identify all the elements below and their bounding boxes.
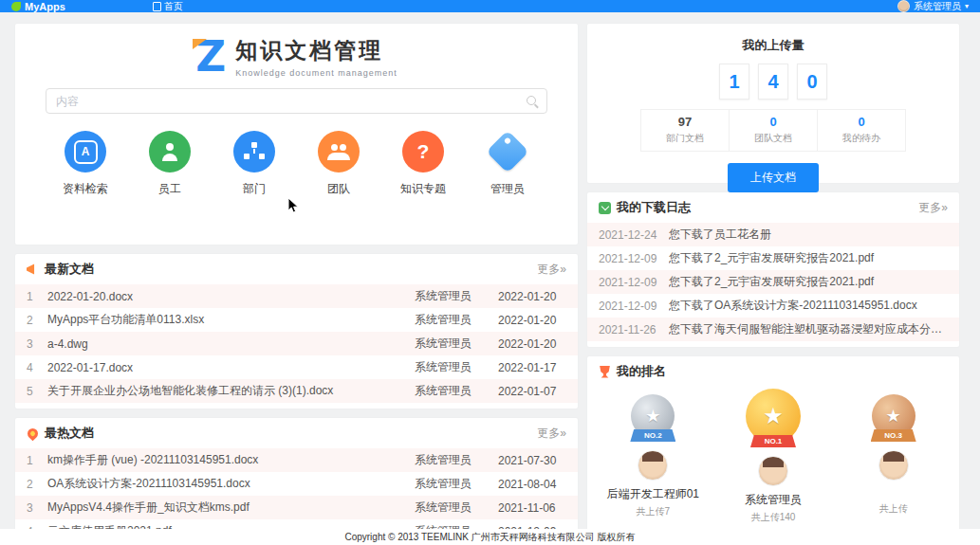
doc-stats: 97 部门文档 0 团队文档 0 我的待办	[640, 109, 906, 152]
stat-my-todo: 0 我的待办	[818, 110, 905, 151]
download-log-row: 2021-12-09 您下载了OA系统设计方案-20211103145951.d…	[587, 294, 959, 318]
counter-digit: 0	[797, 64, 827, 100]
download-log-row: 2021-12-09 您下载了2_元宇宙发展研究报告2021.pdf	[587, 246, 959, 270]
quick-links: 资料检索 员工 部门 团队	[15, 114, 578, 197]
rank-third: NO.3 共上传	[837, 394, 951, 516]
ranking-header: 我的排名	[587, 356, 959, 387]
brand-logo-icon	[11, 2, 21, 11]
doc-row: 1 km操作手册 (vue) -20211103145951.docx 系统管理…	[15, 448, 578, 472]
quick-link-admin[interactable]: 管理员	[472, 131, 544, 197]
counter-digit: 4	[758, 64, 788, 100]
avatar	[878, 450, 909, 481]
app-logo: Z 知识文档管理 Knowledge document management	[15, 35, 578, 79]
avatar	[638, 450, 668, 481]
avatar	[758, 456, 788, 486]
rank-second: NO.2 后端开发工程师01 共上传7	[596, 394, 710, 518]
ranking-title: 我的排名	[617, 363, 666, 380]
doc-row: 1 2022-01-20.docx 系统管理员 2022-01-20	[15, 284, 578, 308]
home-icon	[153, 2, 161, 11]
logo-z-icon: Z	[195, 36, 226, 78]
user-avatar	[897, 0, 910, 12]
flame-icon	[26, 426, 41, 441]
knowledge-topic-icon	[402, 131, 444, 173]
page: MyApps 首页 系统管理员 ▾ Z 知识文档管理 Knowledge doc…	[0, 0, 980, 545]
latest-more-link[interactable]: 更多»	[537, 262, 566, 278]
doc-title-link[interactable]: MyApps平台功能清单0113.xlsx	[47, 312, 415, 328]
employee-icon	[149, 131, 191, 173]
doc-row: 2 OA系统设计方案-20211103145951.docx 系统管理员 202…	[15, 472, 578, 496]
download-log-row: 2021-12-24 您下载了员工花名册	[587, 223, 959, 246]
chevron-down-icon: ▾	[965, 2, 969, 10]
download-log-card: 我的下载日志 更多» 2021-12-24 您下载了员工花名册 2021-12-…	[587, 192, 959, 347]
download-log-row: 2021-12-09 您下载了2_元宇宙发展研究报告2021.pdf	[587, 270, 959, 294]
hot-docs-header: 最热文档 更多»	[15, 418, 578, 448]
hot-docs-title: 最热文档	[45, 425, 94, 442]
doc-row: 2 MyApps平台功能清单0113.xlsx 系统管理员 2022-01-20	[15, 308, 578, 332]
nav-home-label: 首页	[164, 0, 183, 12]
doc-title-link[interactable]: 关于开展企业办公场地智能化装修工程的请示 (3)(1).docx	[47, 383, 415, 399]
quick-link-employee[interactable]: 员工	[134, 131, 206, 197]
hot-more-link[interactable]: 更多»	[537, 426, 566, 442]
user-menu[interactable]: 系统管理员 ▾	[897, 0, 969, 12]
doc-title-link[interactable]: 2022-01-20.docx	[47, 290, 415, 303]
app-title: 知识文档管理	[235, 36, 398, 65]
new-doc-icon	[27, 263, 39, 276]
latest-docs-card: 最新文档 更多» 1 2022-01-20.docx 系统管理员 2022-01…	[15, 254, 578, 409]
counter-digit: 1	[719, 64, 749, 100]
search-icon[interactable]	[527, 96, 536, 105]
hot-docs-card: 最热文档 更多» 1 km操作手册 (vue) -20211103145951.…	[15, 418, 578, 545]
latest-docs-list: 1 2022-01-20.docx 系统管理员 2022-01-20 2 MyA…	[15, 284, 578, 409]
doc-title-link[interactable]: km操作手册 (vue) -20211103145951.docx	[47, 452, 415, 468]
brand-name: MyApps	[25, 1, 65, 12]
trophy-icon	[599, 366, 611, 378]
footer-copyright: Copyright © 2013 TEEMLINK 广州市天秤网络科技有限公司 …	[0, 529, 980, 545]
download-log-list: 2021-12-24 您下载了员工花名册 2021-12-09 您下载了2_元宇…	[587, 223, 959, 347]
left-column: Z 知识文档管理 Knowledge document management 资…	[15, 24, 578, 545]
doc-title-link[interactable]: a-4.dwg	[47, 337, 415, 351]
rank-badge: NO.2	[630, 429, 675, 442]
quick-link-search[interactable]: 资料检索	[49, 131, 121, 197]
topbar: MyApps 首页 系统管理员 ▾	[0, 0, 980, 12]
team-icon	[318, 131, 360, 173]
quick-link-team[interactable]: 团队	[303, 131, 375, 197]
search-bar	[46, 88, 547, 114]
doc-title-link[interactable]: MyAppsV4.4操作手册_知识文档kms.pdf	[47, 500, 415, 516]
doc-row: 4 2022-01-17.docx 系统管理员 2022-01-17	[15, 355, 578, 379]
doc-row: 5 关于开展企业办公场地智能化装修工程的请示 (3)(1).docx 系统管理员…	[15, 379, 578, 403]
stat-team-docs: 0 团队文档	[730, 110, 818, 151]
hero-card: Z 知识文档管理 Knowledge document management 资…	[15, 24, 578, 245]
upload-stats-title: 我的上传量	[587, 37, 959, 54]
ranking-body: NO.2 后端开发工程师01 共上传7 NO.1 系统管理员 共上传140	[587, 387, 959, 524]
user-name: 系统管理员	[914, 0, 961, 12]
department-icon	[233, 131, 275, 173]
latest-docs-header: 最新文档 更多»	[15, 254, 578, 284]
upload-counter: 1 4 0	[587, 64, 959, 100]
upload-doc-button[interactable]: 上传文档	[728, 163, 819, 192]
doc-title-link[interactable]: 2022-01-17.docx	[47, 361, 415, 374]
right-column: 我的上传量 1 4 0 97 部门文档 0 团队文档 0	[587, 24, 959, 538]
archive-search-icon	[65, 131, 106, 173]
stat-dept-docs: 97 部门文档	[641, 110, 730, 151]
quick-link-topics[interactable]: 知识专题	[387, 131, 459, 197]
rank-first: NO.1 系统管理员 共上传140	[716, 389, 830, 524]
upload-stats-card: 我的上传量 1 4 0 97 部门文档 0 团队文档 0	[587, 24, 959, 183]
latest-docs-title: 最新文档	[45, 261, 94, 278]
download-log-title: 我的下载日志	[617, 199, 691, 216]
download-more-link[interactable]: 更多»	[918, 200, 948, 216]
ranking-card: 我的排名 NO.2 后端开发工程师01 共上传7 NO.1 系统管理员	[587, 356, 959, 538]
app-subtitle: Knowledge document management	[235, 68, 398, 78]
rank-badge: NO.3	[871, 429, 916, 442]
download-log-icon	[599, 202, 611, 214]
nav-home[interactable]: 首页	[153, 0, 183, 12]
quick-link-department[interactable]: 部门	[218, 131, 290, 197]
doc-title-link[interactable]: OA系统设计方案-20211103145951.docx	[47, 476, 415, 492]
search-input[interactable]	[46, 88, 547, 114]
main-content: Z 知识文档管理 Knowledge document management 资…	[0, 12, 980, 545]
rank-badge: NO.1	[750, 435, 796, 447]
download-log-header: 我的下载日志 更多»	[587, 192, 959, 223]
doc-row: 3 a-4.dwg 系统管理员 2022-01-20	[15, 332, 578, 355]
download-log-row: 2021-11-26 您下载了海天伺服智能注塑机驱动器浸塑对应成本分析.xls	[587, 318, 959, 341]
brand[interactable]: MyApps	[11, 1, 65, 12]
admin-tag-icon	[487, 131, 528, 173]
doc-row: 3 MyAppsV4.4操作手册_知识文档kms.pdf 系统管理员 2021-…	[15, 496, 578, 519]
